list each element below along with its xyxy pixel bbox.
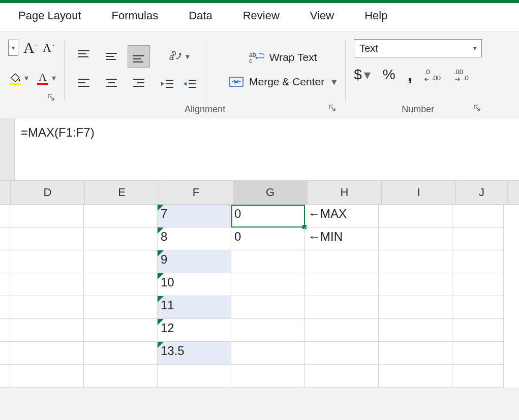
cell-G2[interactable]: 0 xyxy=(231,228,305,250)
group-label-number: Number xyxy=(402,104,434,115)
increase-font-size-button[interactable]: Aˆ xyxy=(23,39,38,56)
orientation-button[interactable]: a b ▾ xyxy=(159,49,197,64)
column-header-E[interactable]: E xyxy=(85,181,159,204)
cell-G8[interactable] xyxy=(231,365,305,387)
column-header-F[interactable]: F xyxy=(159,181,233,204)
cell-G4[interactable] xyxy=(231,273,305,296)
tab-help[interactable]: Help xyxy=(364,9,387,22)
percent-format-button[interactable]: % xyxy=(383,67,395,83)
cell-F3[interactable]: 9 xyxy=(158,250,231,273)
cell-I6[interactable] xyxy=(379,319,452,342)
cell-D6[interactable] xyxy=(10,319,84,342)
cell-G1[interactable]: 0 xyxy=(231,205,305,228)
comma-format-button[interactable]: , xyxy=(408,72,412,78)
cell-F2[interactable]: 8 xyxy=(158,228,231,250)
cell-G5[interactable] xyxy=(231,296,305,319)
align-bottom-button[interactable] xyxy=(128,45,150,68)
cell-I4[interactable] xyxy=(379,273,452,296)
cell-H4[interactable] xyxy=(305,273,379,296)
cell-H8[interactable] xyxy=(305,365,379,387)
cell-G3[interactable] xyxy=(231,250,305,273)
cell-E7[interactable] xyxy=(84,342,158,365)
cell-J6[interactable] xyxy=(452,319,504,342)
cell-J7[interactable] xyxy=(452,342,504,365)
tab-formulas[interactable]: Formulas xyxy=(112,9,159,22)
accounting-format-button[interactable]: $ ▾ xyxy=(354,67,371,83)
formula-input[interactable]: =MAX(F1:F7) xyxy=(15,118,519,180)
cell-J3[interactable] xyxy=(452,250,504,273)
cell-E5[interactable] xyxy=(84,296,158,319)
cell-I7[interactable] xyxy=(379,342,452,365)
number-format-dropdown[interactable]: Text ▾ xyxy=(354,39,482,57)
cell-H3[interactable] xyxy=(305,250,379,273)
error-indicator-icon xyxy=(158,273,164,279)
alignment-dialog-launcher[interactable] xyxy=(328,104,337,113)
cell-I8[interactable] xyxy=(379,365,452,387)
cell-G6[interactable] xyxy=(231,319,305,342)
decrease-decimal-button[interactable]: .00 .0 xyxy=(454,67,471,82)
cell-D2[interactable] xyxy=(10,228,84,250)
cell-F4[interactable]: 10 xyxy=(158,273,231,296)
ribbon-group-font: ▾ Aˆ Aˇ xyxy=(0,39,64,104)
cell-I5[interactable] xyxy=(379,296,452,319)
cell-D5[interactable] xyxy=(10,296,84,319)
align-left-button[interactable] xyxy=(73,72,95,94)
cell-D3[interactable] xyxy=(10,250,84,273)
decrease-indent-button[interactable] xyxy=(159,77,174,90)
cell-F1[interactable]: 7 xyxy=(158,205,231,228)
cell-E1[interactable] xyxy=(84,205,158,228)
tab-review[interactable]: Review xyxy=(243,9,280,22)
cell-I1[interactable] xyxy=(379,205,452,228)
decrease-font-size-button[interactable]: Aˇ xyxy=(43,41,54,55)
cell-H2[interactable]: ←MIN xyxy=(305,228,379,250)
column-header-I[interactable]: I xyxy=(382,181,456,204)
cell-G7[interactable] xyxy=(231,342,305,365)
align-middle-button[interactable] xyxy=(100,45,123,68)
tab-page-layout[interactable]: Page Layout xyxy=(18,9,81,22)
cell-D4[interactable] xyxy=(10,273,84,296)
cell-J2[interactable] xyxy=(452,228,504,250)
cell-F8[interactable] xyxy=(158,365,231,387)
cell-D8[interactable] xyxy=(10,365,84,387)
cell-E3[interactable] xyxy=(84,250,158,273)
wrap-text-button[interactable]: ab c Wrap Text xyxy=(229,51,337,64)
align-right-button[interactable] xyxy=(128,72,150,94)
font-color-button[interactable]: A ▾ xyxy=(36,71,56,85)
align-top-button[interactable] xyxy=(73,45,95,68)
cell-I2[interactable] xyxy=(379,228,452,250)
font-dialog-launcher[interactable] xyxy=(47,93,56,102)
increase-indent-button[interactable] xyxy=(181,77,197,90)
align-center-button[interactable] xyxy=(100,72,123,94)
cell-J8[interactable] xyxy=(452,365,504,387)
cell-F7[interactable]: 13.5 xyxy=(158,342,231,365)
increase-decimal-button[interactable]: .0 .00 xyxy=(424,67,442,82)
cell-J1[interactable] xyxy=(452,205,504,228)
font-size-dropdown[interactable]: ▾ xyxy=(8,40,18,56)
tab-view[interactable]: View xyxy=(310,9,334,22)
cell-F6[interactable]: 12 xyxy=(158,319,231,342)
column-header-H[interactable]: H xyxy=(308,181,382,204)
cell-I3[interactable] xyxy=(379,250,452,273)
svg-text:c: c xyxy=(249,57,252,64)
cell-E2[interactable] xyxy=(84,228,158,250)
cell-E6[interactable] xyxy=(84,319,158,342)
column-header-D[interactable]: D xyxy=(11,181,85,204)
column-header-G[interactable]: G xyxy=(233,181,308,204)
cell-H6[interactable] xyxy=(305,319,379,342)
number-dialog-launcher[interactable] xyxy=(473,104,482,113)
cell-J4[interactable] xyxy=(452,273,504,296)
cell-E8[interactable] xyxy=(84,365,158,387)
cell-D7[interactable] xyxy=(10,342,84,365)
error-indicator-icon xyxy=(158,250,164,256)
cell-D1[interactable] xyxy=(10,205,84,228)
cell-E4[interactable] xyxy=(84,273,158,296)
cell-H7[interactable] xyxy=(305,342,379,365)
cell-F5[interactable]: 11 xyxy=(158,296,231,319)
column-header-J[interactable]: J xyxy=(456,181,508,204)
merge-center-button[interactable]: Merge & Center ▾ xyxy=(229,75,337,88)
cell-J5[interactable] xyxy=(452,296,504,319)
tab-data[interactable]: Data xyxy=(189,9,212,22)
cell-H1[interactable]: ←MAX xyxy=(305,205,379,228)
fill-color-button[interactable]: ▾ xyxy=(8,71,28,85)
cell-H5[interactable] xyxy=(305,296,379,319)
